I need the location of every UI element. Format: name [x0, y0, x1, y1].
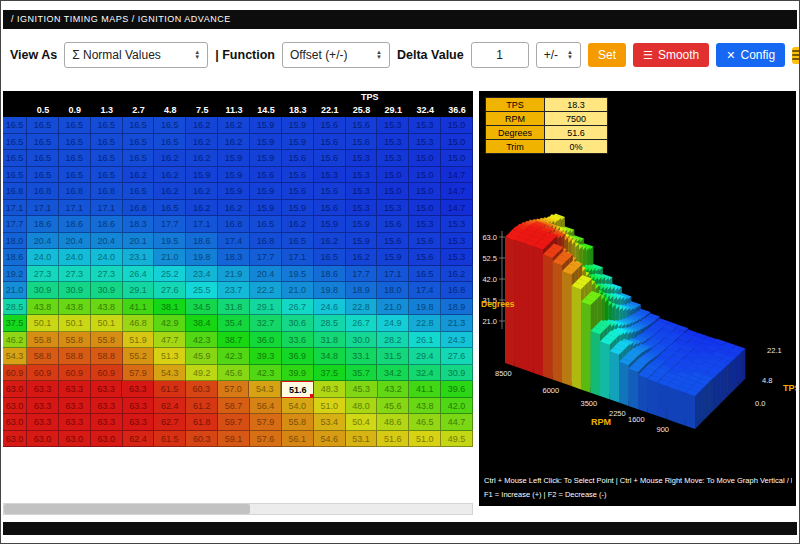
grid-cell[interactable]: 18.6: [186, 233, 218, 250]
grid-cell[interactable]: 20.1: [123, 233, 155, 250]
grid-cell[interactable]: 15.3: [441, 216, 473, 233]
grid-cell[interactable]: 16.2: [218, 117, 250, 134]
grid-cell[interactable]: 16.5: [3, 134, 27, 151]
grid-cell[interactable]: 17.1: [59, 200, 91, 217]
grid-cell[interactable]: 18.0: [377, 282, 409, 299]
grid-cell[interactable]: 37.5: [314, 365, 346, 382]
grid-cell[interactable]: 54.6: [314, 431, 346, 448]
grid-cell[interactable]: 55.8: [91, 332, 123, 349]
grid-cell[interactable]: 17.7: [346, 266, 378, 283]
grid-cell[interactable]: 15.3: [409, 134, 441, 151]
grid-cell[interactable]: 15.0: [377, 167, 409, 184]
grid-cell[interactable]: 30.9: [59, 282, 91, 299]
grid-cell[interactable]: 17.1: [91, 200, 123, 217]
grid-cell[interactable]: 28.5: [3, 299, 27, 316]
grid-cell[interactable]: 22.2: [250, 282, 282, 299]
grid-cell[interactable]: 15.6: [377, 216, 409, 233]
grid-cell[interactable]: 15.9: [250, 183, 282, 200]
grid-cell[interactable]: 26.1: [409, 332, 441, 349]
grid-cell[interactable]: 51.0: [314, 398, 346, 415]
grid-cell[interactable]: 15.0: [409, 167, 441, 184]
grid-cell[interactable]: 29.1: [123, 282, 155, 299]
grid-cell[interactable]: 18.6: [59, 216, 91, 233]
col-header[interactable]: 22.1: [314, 103, 346, 117]
grid-cell[interactable]: 19.5: [282, 266, 314, 283]
grid-cell[interactable]: 16.8: [218, 216, 250, 233]
grid-cell[interactable]: 58.8: [59, 348, 91, 365]
grid-cell[interactable]: 16.8: [27, 183, 59, 200]
grid-cell[interactable]: 43.8: [59, 299, 91, 316]
grid-cell[interactable]: 15.6: [282, 150, 314, 167]
grid-cell[interactable]: 63.0: [3, 381, 27, 398]
grid-cell[interactable]: 63.0: [59, 431, 91, 448]
grid-cell[interactable]: 53.1: [346, 431, 378, 448]
grid-cell[interactable]: 15.6: [250, 167, 282, 184]
col-header[interactable]: 7.5: [186, 103, 218, 117]
grid-cell[interactable]: 16.2: [186, 183, 218, 200]
grid-cell[interactable]: 15.9: [218, 183, 250, 200]
grid-cell[interactable]: 55.2: [123, 348, 155, 365]
grid-cell[interactable]: 16.2: [218, 134, 250, 151]
grid-cell[interactable]: 45.3: [346, 381, 378, 398]
grid-cell[interactable]: 59.1: [218, 431, 250, 448]
grid-cell[interactable]: 15.3: [441, 233, 473, 250]
grid-cell[interactable]: 24.6: [314, 299, 346, 316]
grid-cell[interactable]: 51.6: [377, 431, 409, 448]
grid-cell[interactable]: 19.8: [186, 249, 218, 266]
grid-cell[interactable]: 16.5: [59, 134, 91, 151]
grid-cell[interactable]: 48.3: [314, 381, 346, 398]
grid-cell[interactable]: 16.5: [123, 150, 155, 167]
grid-cell[interactable]: 63.3: [91, 381, 123, 398]
grid-cell[interactable]: 16.5: [282, 233, 314, 250]
grid-cell[interactable]: 42.9: [154, 315, 186, 332]
grid-cell[interactable]: 15.3: [377, 200, 409, 217]
grid-cell[interactable]: 16.2: [282, 216, 314, 233]
grid-cell[interactable]: 50.1: [91, 315, 123, 332]
grid-cell[interactable]: 16.5: [409, 266, 441, 283]
grid-cell[interactable]: 16.5: [27, 117, 59, 134]
grid-cell[interactable]: 63.3: [123, 398, 155, 415]
grid-cell[interactable]: 15.3: [346, 183, 378, 200]
grid-cell[interactable]: 63.3: [122, 381, 154, 398]
grid-cell[interactable]: 51.9: [123, 332, 155, 349]
grid-cell[interactable]: 15.9: [377, 249, 409, 266]
grid-cell[interactable]: 60.3: [186, 381, 218, 398]
grid-cell[interactable]: 63.3: [91, 414, 123, 431]
grid-cell[interactable]: 38.4: [186, 315, 218, 332]
grid-cell[interactable]: 17.7: [3, 216, 27, 233]
grid-cell[interactable]: 49.2: [186, 365, 218, 382]
grid-cell[interactable]: 58.8: [27, 348, 59, 365]
scrollbar-thumb[interactable]: [4, 504, 250, 514]
grid-cell[interactable]: 53.4: [314, 414, 346, 431]
grid-cell[interactable]: 51.3: [154, 348, 186, 365]
grid-cell[interactable]: 42.3: [250, 365, 282, 382]
grid-cell[interactable]: 56.1: [282, 431, 314, 448]
grid-cell[interactable]: 32.4: [409, 365, 441, 382]
grid-cell[interactable]: 38.1: [154, 299, 186, 316]
grid-cell[interactable]: 15.6: [282, 183, 314, 200]
grid-cell[interactable]: 17.7: [250, 249, 282, 266]
grid-cell[interactable]: 62.4: [154, 398, 186, 415]
grid-cell[interactable]: 16.2: [154, 150, 186, 167]
grid-cell[interactable]: 60.3: [186, 431, 218, 448]
grid-cell[interactable]: 39.3: [250, 348, 282, 365]
grid-cell[interactable]: 44.7: [441, 414, 473, 431]
grid-cell[interactable]: 16.8: [3, 183, 27, 200]
grid-cell[interactable]: 17.1: [186, 216, 218, 233]
grid-cell[interactable]: 16.5: [27, 167, 59, 184]
grid-cell[interactable]: 63.3: [27, 414, 59, 431]
grid-cell[interactable]: 17.1: [3, 200, 27, 217]
grid-cell[interactable]: 27.3: [59, 266, 91, 283]
grid-cell[interactable]: 15.6: [346, 117, 378, 134]
grid-cell[interactable]: 15.3: [346, 167, 378, 184]
grid-cell[interactable]: 16.2: [154, 183, 186, 200]
sign-select[interactable]: +/- ▲▼: [536, 42, 581, 68]
grid-cell[interactable]: 18.3: [218, 249, 250, 266]
grid-cell[interactable]: 16.2: [123, 167, 155, 184]
grid-cell[interactable]: 16.5: [59, 167, 91, 184]
grid-cell[interactable]: 19.5: [154, 233, 186, 250]
function-select[interactable]: Offset (+/-) ▲▼: [282, 42, 390, 68]
grid-cell[interactable]: 24.0: [27, 249, 59, 266]
grid-cell[interactable]: 26.7: [282, 299, 314, 316]
view-as-select[interactable]: Σ Normal Values ▲▼: [64, 42, 208, 68]
